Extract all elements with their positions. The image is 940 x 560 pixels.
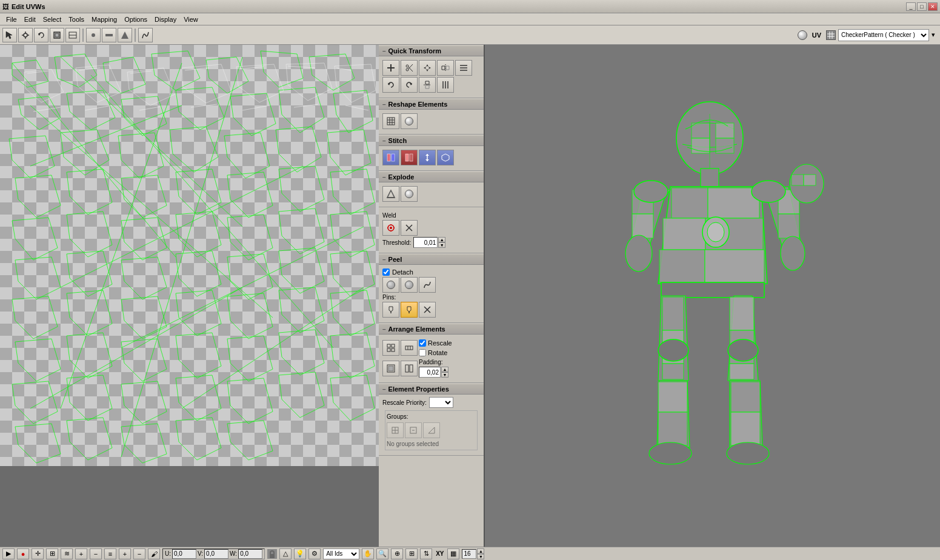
padding-up[interactable]: ▲	[441, 367, 448, 372]
qt-plus-button[interactable]	[382, 60, 399, 76]
pin-btn-1[interactable]	[382, 302, 399, 318]
weld-break-button[interactable]	[401, 220, 418, 236]
bottom-circle-btn[interactable]: ●	[17, 548, 29, 559]
zoom-btn[interactable]: 🔍	[376, 548, 388, 559]
quick-transform-header[interactable]: – Quick Transform	[379, 46, 484, 56]
ae-btn-4[interactable]	[401, 361, 418, 376]
snap-down[interactable]: ▼	[477, 554, 484, 559]
group-btn-3[interactable]	[423, 422, 440, 438]
uv-canvas[interactable]	[0, 45, 379, 466]
select-tool-button[interactable]	[2, 28, 17, 42]
qt-arrange-v-button[interactable]	[437, 77, 454, 93]
pan-btn[interactable]: ✋	[362, 548, 374, 559]
snap-arrows-btn[interactable]: ⇅	[420, 548, 432, 559]
bottom-minus2-btn[interactable]: −	[133, 548, 145, 559]
element-properties-header[interactable]: – Element Properties	[379, 384, 484, 395]
stitch-btn-3[interactable]	[419, 150, 436, 165]
u-input[interactable]: 0,0	[172, 549, 196, 559]
arrange-elements-header[interactable]: – Arrange Elements	[379, 324, 484, 335]
qt-rotate-left-button[interactable]	[382, 77, 399, 93]
zoom-region-btn[interactable]: ⊕	[391, 548, 403, 559]
ae-btn-1[interactable]	[382, 340, 399, 356]
all-ids-dropdown[interactable]: All Ids	[323, 548, 359, 559]
light-btn[interactable]: 💡	[294, 548, 306, 559]
pin-btn-3[interactable]	[419, 302, 436, 318]
threshold-down[interactable]: ▼	[438, 242, 445, 248]
menu-options[interactable]: Options	[121, 15, 151, 24]
weld-target-button[interactable]	[382, 220, 399, 236]
peel-header[interactable]: – Peel	[379, 255, 484, 265]
qt-move-button[interactable]	[419, 60, 436, 76]
bottom-grid-btn[interactable]: ⊞	[46, 548, 58, 559]
snap-input[interactable]: 16	[462, 549, 476, 559]
menu-file[interactable]: File	[2, 15, 21, 24]
rotate-checkbox[interactable]	[419, 349, 426, 356]
threshold-up[interactable]: ▲	[438, 237, 445, 242]
detach-checkbox[interactable]	[382, 268, 390, 276]
edge-mode-button[interactable]	[102, 28, 116, 42]
group-btn-2[interactable]	[405, 422, 422, 438]
viewport-3d[interactable]	[485, 45, 940, 547]
group-btn-1[interactable]	[387, 422, 404, 438]
menu-view[interactable]: View	[180, 15, 202, 24]
menu-select[interactable]: Select	[39, 15, 65, 24]
move-tool-button[interactable]	[18, 28, 33, 42]
bottom-move-btn[interactable]: ✛	[32, 548, 44, 559]
re-grid-button[interactable]	[382, 113, 399, 129]
bottom-plus2-btn[interactable]: +	[119, 548, 131, 559]
vertex-mode-button[interactable]	[86, 28, 101, 42]
gear-btn[interactable]: ⚙	[308, 548, 321, 559]
stitch-btn-4[interactable]	[437, 150, 454, 165]
threshold-input[interactable]: 0,01	[413, 237, 438, 248]
rescale-priority-select[interactable]	[429, 397, 453, 408]
snap-up[interactable]: ▲	[477, 548, 484, 554]
peel-btn-3[interactable]	[419, 277, 436, 293]
v-input[interactable]: 0,0	[204, 549, 228, 559]
freeform-button[interactable]	[138, 28, 153, 42]
scale-tool-button[interactable]	[50, 28, 64, 42]
bottom-arrow-btn[interactable]: ▶	[2, 548, 15, 559]
peel-btn-2[interactable]	[401, 277, 418, 293]
ae-btn-2[interactable]	[401, 340, 418, 356]
padding-input[interactable]: 0,02	[419, 367, 441, 378]
checker-pattern-dropdown[interactable]: CheckerPattern ( Checker )	[838, 29, 929, 41]
qt-flip-v-button[interactable]	[419, 77, 436, 93]
xy-label: XY	[436, 550, 444, 557]
bottom-filter-btn[interactable]: ≋	[61, 548, 73, 559]
menu-edit[interactable]: Edit	[21, 15, 39, 24]
close-button[interactable]: ✕	[928, 2, 938, 11]
qt-mirror-h-button[interactable]	[437, 60, 454, 76]
rotate-tool-button[interactable]	[34, 28, 48, 42]
weld-tool-button[interactable]	[65, 28, 80, 42]
stitch-header[interactable]: – Stitch	[379, 136, 484, 146]
uv-mode-btn[interactable]: △	[279, 548, 292, 559]
bottom-brush-btn[interactable]: 🖌	[148, 548, 160, 559]
rescale-checkbox[interactable]	[419, 339, 426, 347]
pin-btn-2[interactable]	[401, 302, 418, 318]
explode-header[interactable]: – Explode	[379, 172, 484, 182]
ae-btn-3[interactable]	[382, 361, 399, 376]
stitch-btn-1[interactable]	[382, 150, 399, 165]
face-mode-button[interactable]	[118, 28, 132, 42]
bottom-plus-btn[interactable]: +	[75, 548, 87, 559]
w-input[interactable]: 0,0	[238, 549, 262, 559]
explode-btn-2[interactable]	[401, 186, 418, 202]
padding-down[interactable]: ▼	[441, 372, 448, 378]
menu-tools[interactable]: Tools	[65, 15, 88, 24]
qt-arrange-h-button[interactable]	[455, 60, 472, 76]
menu-mapping[interactable]: Mapping	[88, 15, 121, 24]
grid-size-btn[interactable]: ▦	[447, 548, 459, 559]
maximize-button[interactable]: □	[917, 2, 927, 11]
peel-btn-1[interactable]	[382, 277, 399, 293]
bottom-lines-btn[interactable]: ≡	[104, 548, 116, 559]
re-sphere-button[interactable]	[401, 113, 418, 129]
menu-display[interactable]: Display	[151, 15, 180, 24]
minimize-button[interactable]: _	[906, 2, 916, 11]
qt-rotate-right-button[interactable]	[401, 77, 418, 93]
snap-btn[interactable]: ⊞	[405, 548, 418, 559]
reshape-elements-header[interactable]: – Reshape Elements	[379, 99, 484, 110]
explode-btn-1[interactable]	[382, 186, 399, 202]
qt-scissors-button[interactable]	[401, 60, 418, 76]
stitch-btn-2[interactable]	[401, 150, 418, 165]
bottom-minus-btn[interactable]: −	[90, 548, 102, 559]
